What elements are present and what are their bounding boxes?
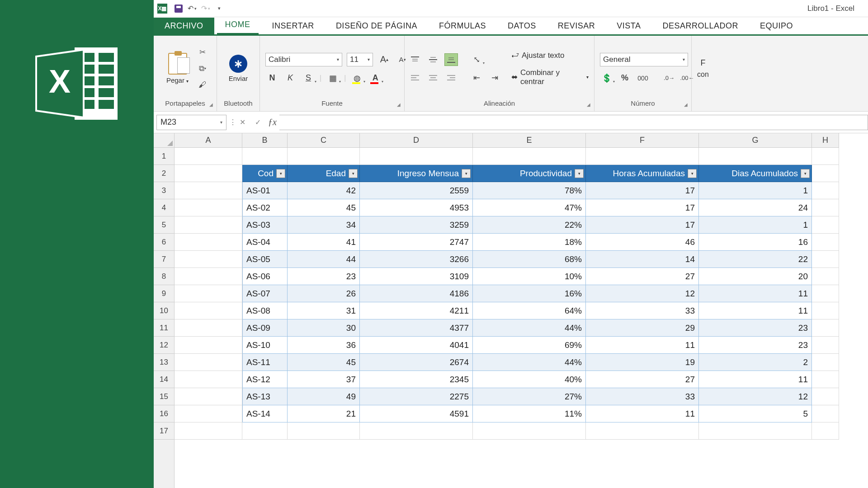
font-size-combo[interactable]: 11▾ [347, 53, 373, 66]
cell[interactable] [175, 199, 242, 216]
tab-fórmulas[interactable]: FÓRMULAS [428, 18, 497, 34]
cell[interactable]: 19 [586, 354, 699, 371]
merge-center-button[interactable]: ⬌Combinar y centrar ▾ [509, 67, 590, 87]
cell[interactable] [360, 148, 473, 165]
cell[interactable]: 4186 [360, 285, 473, 302]
cell[interactable] [175, 165, 242, 182]
cell[interactable]: 27 [586, 268, 699, 285]
cell[interactable] [812, 199, 839, 216]
formula-bar-input[interactable] [279, 115, 868, 130]
cell[interactable] [812, 285, 839, 302]
cell[interactable]: AS-08 [242, 302, 288, 319]
cell[interactable]: 20 [699, 268, 812, 285]
font-color-button[interactable]: A▾ [368, 72, 382, 84]
comma-format-button[interactable]: 000 [636, 72, 650, 84]
cell[interactable]: 16% [473, 285, 586, 302]
row-header[interactable]: 3 [154, 182, 174, 199]
cell[interactable]: 23 [699, 319, 812, 337]
row-header[interactable]: 14 [154, 371, 174, 388]
filter-dropdown-icon[interactable]: ▾ [688, 169, 697, 178]
cell[interactable]: 1 [699, 182, 812, 199]
name-box[interactable]: M23▾ [156, 115, 226, 130]
cell[interactable] [699, 422, 812, 440]
cell[interactable] [175, 371, 242, 388]
align-top-button[interactable] [408, 53, 422, 66]
cell[interactable]: AS-11 [242, 354, 288, 371]
underline-button[interactable]: S▾ [302, 72, 315, 84]
cell[interactable] [175, 302, 242, 319]
cell[interactable]: 27 [586, 371, 699, 388]
cell[interactable]: 10% [473, 268, 586, 285]
fill-color-button[interactable]: ◍▾ [350, 72, 364, 84]
cell[interactable]: 27% [473, 388, 586, 405]
cell[interactable]: 45 [288, 354, 360, 371]
align-center-button[interactable] [426, 71, 440, 84]
cell[interactable] [812, 319, 839, 337]
tab-vista[interactable]: VISTA [606, 18, 651, 34]
cell[interactable]: 46 [586, 234, 699, 251]
cell[interactable] [812, 388, 839, 405]
cell[interactable]: AS-10 [242, 337, 288, 354]
row-header[interactable]: 11 [154, 319, 174, 337]
cell[interactable]: 18% [473, 234, 586, 251]
save-button[interactable] [172, 2, 185, 15]
cell[interactable] [175, 388, 242, 405]
column-header[interactable]: B [242, 133, 288, 148]
cell[interactable]: 2 [699, 354, 812, 371]
cell[interactable]: AS-05 [242, 251, 288, 268]
cell[interactable]: 78% [473, 182, 586, 199]
column-header[interactable]: H [812, 133, 839, 148]
cell[interactable]: 23 [699, 337, 812, 354]
tab-equipo[interactable]: EQUIPO [749, 18, 804, 34]
cell[interactable]: 68% [473, 251, 586, 268]
cell[interactable]: 11 [699, 371, 812, 388]
align-right-button[interactable] [444, 71, 458, 84]
font-launcher-icon[interactable]: ◢ [397, 102, 401, 107]
column-header[interactable]: E [473, 133, 586, 148]
cell[interactable]: 4591 [360, 405, 473, 422]
cell[interactable]: 47% [473, 199, 586, 216]
tab-diseño-de-página[interactable]: DISEÑO DE PÁGINA [325, 18, 428, 34]
cell[interactable]: 2559 [360, 182, 473, 199]
cell[interactable]: 30 [288, 319, 360, 337]
filter-dropdown-icon[interactable]: ▾ [462, 169, 471, 178]
cell[interactable] [288, 422, 360, 440]
cell[interactable]: 34 [288, 216, 360, 234]
cell[interactable]: 2674 [360, 354, 473, 371]
cell[interactable]: 3109 [360, 268, 473, 285]
font-name-combo[interactable]: Calibri▾ [265, 53, 342, 66]
increase-font-button[interactable]: A▴ [377, 53, 391, 66]
cell[interactable] [586, 422, 699, 440]
row-header[interactable]: 12 [154, 337, 174, 354]
paste-button[interactable]: Pegar ▾ [162, 53, 193, 84]
cell[interactable]: AS-12 [242, 371, 288, 388]
cell[interactable] [812, 216, 839, 234]
cancel-formula-button[interactable]: ✕ [235, 115, 250, 130]
column-header[interactable]: F [586, 133, 699, 148]
cell[interactable]: 44% [473, 319, 586, 337]
decrease-font-button[interactable]: A▾ [396, 53, 409, 66]
decrease-decimal-button[interactable]: .00← [680, 72, 694, 84]
cell[interactable]: AS-01 [242, 182, 288, 199]
cell[interactable] [175, 337, 242, 354]
row-header[interactable]: 13 [154, 354, 174, 371]
cell[interactable]: 2345 [360, 371, 473, 388]
tab-revisar[interactable]: REVISAR [547, 18, 606, 34]
cell[interactable]: 24 [699, 199, 812, 216]
cell[interactable] [242, 422, 288, 440]
undo-button[interactable]: ↶▾ [185, 2, 199, 15]
bluetooth-send-button[interactable]: ∗ Enviar [222, 55, 254, 82]
cell[interactable] [175, 422, 242, 440]
align-middle-button[interactable] [426, 53, 440, 66]
cell[interactable]: 11 [699, 285, 812, 302]
row-header[interactable]: 7 [154, 251, 174, 268]
borders-button[interactable]: ▦▾ [326, 72, 340, 84]
cell[interactable] [175, 319, 242, 337]
cell[interactable]: 12 [586, 285, 699, 302]
cell[interactable]: 4041 [360, 337, 473, 354]
tab-archivo[interactable]: ARCHIVO [154, 18, 214, 34]
filter-dropdown-icon[interactable]: ▾ [276, 169, 285, 178]
italic-button[interactable]: K [283, 72, 297, 84]
enter-formula-button[interactable]: ✓ [250, 115, 265, 130]
cell[interactable] [175, 216, 242, 234]
